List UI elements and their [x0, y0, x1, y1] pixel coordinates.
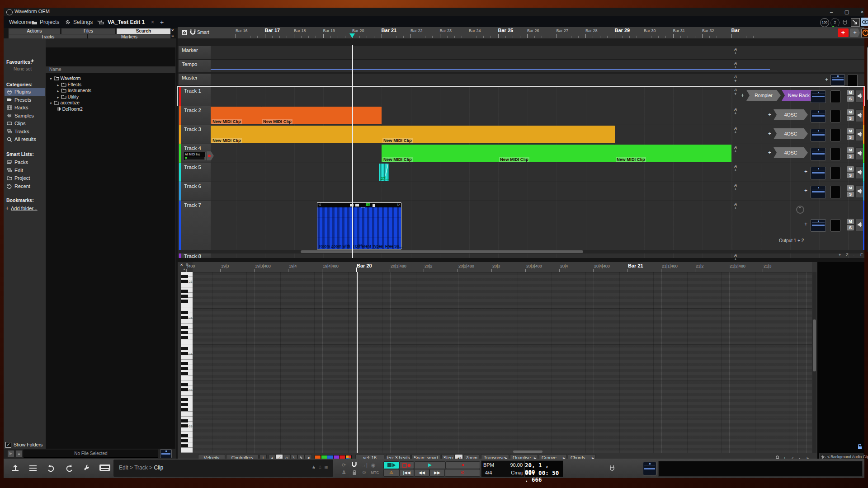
clip[interactable]: New MIDI Clip: [211, 107, 261, 124]
row-label-marker[interactable]: Marker: [179, 46, 211, 59]
midi-activity-badge[interactable]: 2: [830, 18, 840, 27]
black-key[interactable]: [181, 275, 188, 278]
black-key[interactable]: [181, 434, 188, 437]
track-row-5[interactable]: Track 5A++MS: [178, 163, 864, 182]
sidebar-tab-files[interactable]: Files: [61, 28, 116, 34]
track-label-1[interactable]: Track 1: [181, 87, 211, 106]
track-label-3[interactable]: Track 3: [181, 125, 211, 144]
tab-va-test-edit-1[interactable]: VA_Test Edit 1: [104, 16, 148, 28]
midi-input-badge[interactable]: All MIDI Ins: [183, 152, 206, 161]
clip-page-icon[interactable]: [373, 204, 375, 207]
automation-button[interactable]: A+: [734, 88, 737, 96]
breadcrumb[interactable]: Edit > Track > Clip: [119, 465, 163, 471]
magnet-snap-icon[interactable]: [190, 29, 196, 35]
menu-welcome[interactable]: Welcome: [5, 16, 35, 28]
mute-button[interactable]: M: [847, 90, 854, 95]
tree-item-waveform[interactable]: ▼ Waveform: [49, 75, 81, 81]
audio-clip[interactable]: ◁FX▷Room Zoom with3 Different TypesFree …: [317, 202, 401, 249]
tree-item-deroom2[interactable]: DeRoom2: [57, 106, 83, 112]
track-pan-box[interactable]: [830, 90, 840, 103]
eye-visibility-button[interactable]: [861, 18, 868, 26]
sidebar-item-edit[interactable]: Edit: [5, 167, 45, 174]
track-volume-fader[interactable]: [811, 186, 826, 198]
record-arm-button[interactable]: [207, 151, 214, 160]
black-key[interactable]: [181, 419, 188, 422]
mute-button[interactable]: M: [847, 109, 854, 115]
row-master[interactable]: MasterA++: [178, 74, 864, 85]
plugin-rompler[interactable]: Rompler: [746, 90, 781, 101]
power-plug-icon[interactable]: [609, 465, 616, 472]
solo-button[interactable]: S: [847, 225, 854, 230]
favourites-add-button[interactable]: +: [31, 57, 34, 64]
key-signature[interactable]: Cmaj: [511, 470, 523, 475]
pan-knob[interactable]: [796, 206, 804, 214]
add-plugin-button[interactable]: +: [804, 188, 807, 194]
tree-item-accentize[interactable]: ▼ accentize: [49, 100, 80, 106]
arranger-hscrollbar[interactable]: [178, 250, 864, 253]
solo-button[interactable]: S: [847, 154, 854, 159]
sidebar-tab-search[interactable]: Search: [116, 28, 171, 34]
sidebar-tabs-close-icon[interactable]: ×: [171, 28, 174, 33]
automation-button[interactable]: A+: [734, 202, 737, 211]
master-volume-fader[interactable]: [830, 74, 845, 86]
cpu-meter-badge[interactable]: 100: [820, 18, 829, 27]
master-knob-button[interactable]: [861, 28, 868, 38]
track-label-7[interactable]: Track 7: [181, 201, 211, 252]
mtc-label[interactable]: MTC: [371, 470, 379, 475]
automation-button[interactable]: A+: [734, 108, 737, 116]
clip-option-icon[interactable]: [350, 204, 354, 206]
minimize-button[interactable]: –: [826, 9, 837, 15]
sidebar-item-presets[interactable]: Presets: [5, 96, 45, 104]
preview-play-button[interactable]: ▶: [7, 450, 14, 457]
sidebar-item-recent[interactable]: Recent: [5, 183, 45, 190]
solo-button[interactable]: S: [847, 173, 854, 178]
plug-icon[interactable]: [842, 19, 848, 25]
row-label-master[interactable]: Master: [179, 74, 211, 85]
piano-keys[interactable]: C6C5C4C3C2: [181, 272, 193, 453]
tree-header[interactable]: Name: [49, 67, 61, 72]
wrench-settings-icon[interactable]: [83, 464, 91, 472]
sidebar-item-samples[interactable]: Samples: [5, 112, 45, 120]
track-pan-box[interactable]: [830, 129, 840, 141]
export-icon[interactable]: [11, 465, 19, 472]
track-pan-box[interactable]: [830, 148, 840, 160]
black-key[interactable]: [181, 295, 188, 298]
virtual-keyboard-icon[interactable]: [99, 465, 110, 471]
track-label-2[interactable]: Track 2: [181, 106, 211, 125]
automation-button[interactable]: A+: [734, 164, 737, 173]
editor-hscroll-thumb[interactable]: [513, 450, 542, 453]
loop-left-icon[interactable]: ◁: [318, 203, 321, 206]
audio-clip-header[interactable]: ◁FX▷: [317, 203, 401, 207]
loop-clip-icon[interactable]: [361, 204, 365, 207]
black-key[interactable]: [181, 424, 188, 427]
tree-item-utility[interactable]: ► Utility: [57, 94, 79, 100]
track-volume-fader[interactable]: [811, 129, 826, 141]
snap-toggle-icon[interactable]: [351, 462, 357, 468]
track-volume-fader[interactable]: [811, 90, 826, 103]
solo-button[interactable]: S: [847, 96, 854, 102]
fast-forward-button[interactable]: ▶▶: [429, 469, 445, 477]
clip[interactable]: New MIDI Clip: [382, 145, 498, 162]
row-marker[interactable]: MarkerA+: [178, 46, 864, 59]
punch-in-icon[interactable]: →|: [361, 462, 368, 468]
mute-button[interactable]: M: [847, 128, 854, 134]
black-key[interactable]: [181, 403, 188, 406]
track-volume-fader[interactable]: [811, 110, 826, 122]
add-plugin-button[interactable]: +: [741, 92, 744, 99]
bpm-value[interactable]: 90.00: [510, 462, 523, 468]
rewind-button[interactable]: ◀◀: [414, 469, 429, 477]
plugin-4osc[interactable]: 4OSC: [774, 128, 808, 139]
metronome-icon[interactable]: ◉: [371, 462, 376, 468]
track-pan-box[interactable]: [830, 219, 840, 232]
black-key[interactable]: [181, 362, 188, 365]
black-key[interactable]: [181, 290, 188, 293]
playhead-marker-icon[interactable]: [349, 33, 355, 38]
auto-play-button[interactable]: [383, 461, 399, 469]
tree-item-effects[interactable]: ► Effects: [57, 82, 81, 88]
add-track-button[interactable]: +: [838, 28, 849, 37]
automation-button[interactable]: A+: [734, 75, 737, 83]
tree-caret-icon[interactable]: ▼: [49, 102, 52, 105]
freeze-icon[interactable]: ≋: [324, 465, 328, 470]
track-row-7[interactable]: Track 7A++MSOutput 1 + 2: [178, 201, 864, 252]
scroll-up-icon[interactable]: ▲: [183, 267, 186, 271]
